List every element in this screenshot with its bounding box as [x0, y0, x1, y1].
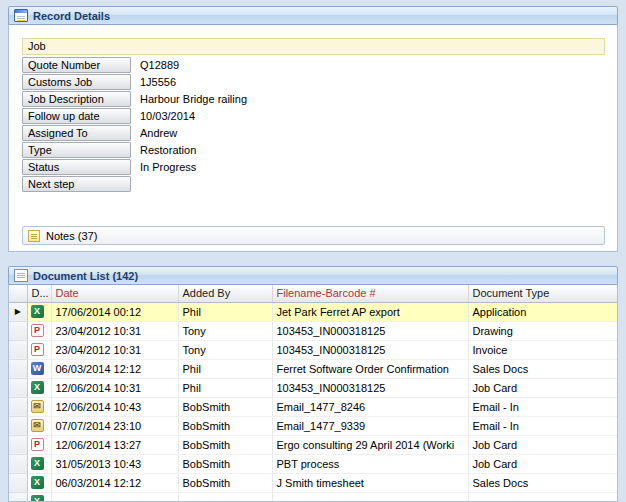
cell-added_by[interactable]: Tony	[178, 340, 272, 359]
cell-filename[interactable]: Jet Park Ferret AP export	[272, 302, 468, 321]
job-field-label[interactable]: Next step	[22, 176, 131, 192]
cell-doc-icon[interactable]: P	[27, 340, 51, 359]
cell-doc_type[interactable]: Sales Docs	[468, 359, 618, 378]
cell-date[interactable]: 23/04/2012 10:31	[51, 340, 178, 359]
job-field-label[interactable]: Type	[22, 142, 131, 158]
cell-date[interactable]: 17/06/2014 00:12	[51, 302, 178, 321]
document-list-titlebar[interactable]: Document List (142)	[8, 266, 618, 285]
job-field-value[interactable]: In Progress	[131, 159, 605, 176]
cell-added_by[interactable]: Phil	[178, 359, 272, 378]
cell-doc-icon[interactable]: X	[27, 378, 51, 397]
notes-section-toggle[interactable]: Notes (37)	[22, 226, 605, 245]
cell-doc-icon[interactable]: X	[27, 492, 51, 502]
cell-date[interactable]: 12/06/2014 10:31	[51, 378, 178, 397]
document-row[interactable]: ✉07/07/2014 23:10BobSmithEmail_1477_9339…	[9, 416, 618, 435]
job-field-value[interactable]: Q12889	[131, 57, 605, 74]
cell-date[interactable]: 07/07/2014 23:10	[51, 416, 178, 435]
job-field-label[interactable]: Assigned To	[22, 125, 131, 141]
cell-date[interactable]: 06/03/2014 12:12	[51, 359, 178, 378]
row-selector[interactable]	[9, 435, 27, 454]
document-row[interactable]: ✉12/06/2014 10:43BobSmithEmail_1477_8246…	[9, 397, 618, 416]
cell-added_by[interactable]: BobSmith	[178, 435, 272, 454]
row-selector[interactable]	[9, 454, 27, 473]
cell-added_by[interactable]: Phil	[178, 302, 272, 321]
row-selector[interactable]	[9, 416, 27, 435]
cell-date[interactable]: 12/06/2014 10:43	[51, 397, 178, 416]
column-header-icon[interactable]: D...	[27, 285, 51, 302]
cell-date[interactable]	[51, 492, 178, 502]
cell-added_by[interactable]: BobSmith	[178, 416, 272, 435]
job-field-value[interactable]: Andrew	[131, 125, 605, 142]
row-selector[interactable]	[9, 397, 27, 416]
cell-added_by[interactable]: Tony	[178, 321, 272, 340]
cell-date[interactable]: 12/06/2014 13:27	[51, 435, 178, 454]
cell-filename[interactable]: Email_1477_8246	[272, 397, 468, 416]
cell-doc-icon[interactable]: P	[27, 435, 51, 454]
row-selector[interactable]	[9, 340, 27, 359]
row-selector-header[interactable]	[9, 285, 27, 302]
job-field-label[interactable]: Quote Number	[22, 57, 131, 73]
cell-doc_type[interactable]: Job Card	[468, 378, 618, 397]
document-row[interactable]: P23/04/2012 10:31Tony103453_IN000318125D…	[9, 321, 618, 340]
cell-doc-icon[interactable]: X	[27, 302, 51, 321]
panel-splitter[interactable]	[8, 252, 618, 266]
cell-filename[interactable]: J Smith timesheet	[272, 473, 468, 492]
job-field-value[interactable]: 10/03/2014	[131, 108, 605, 125]
job-field-value[interactable]: 1J5556	[131, 74, 605, 91]
column-header-added_by[interactable]: Added By	[178, 285, 272, 302]
cell-filename[interactable]: 103453_IN000318125	[272, 378, 468, 397]
job-field-value[interactable]: Restoration	[131, 142, 605, 159]
cell-doc-icon[interactable]: X	[27, 454, 51, 473]
job-field-label[interactable]: Status	[22, 159, 131, 175]
cell-doc-icon[interactable]: X	[27, 473, 51, 492]
cell-added_by[interactable]: BobSmith	[178, 473, 272, 492]
row-selector[interactable]	[9, 359, 27, 378]
column-header-doc_type[interactable]: Document Type	[468, 285, 618, 302]
cell-filename[interactable]: Ergo consulting 29 April 2014 (Worki	[272, 435, 468, 454]
cell-added_by[interactable]: BobSmith	[178, 397, 272, 416]
cell-doc_type[interactable]: Job Card	[468, 435, 618, 454]
row-selector[interactable]	[9, 492, 27, 502]
cell-date[interactable]: 23/04/2012 10:31	[51, 321, 178, 340]
document-row[interactable]: P23/04/2012 10:31Tony103453_IN000318125I…	[9, 340, 618, 359]
cell-doc-icon[interactable]: ✉	[27, 416, 51, 435]
cell-date[interactable]: 06/03/2014 12:12	[51, 473, 178, 492]
cell-doc_type[interactable]: Email - In	[468, 416, 618, 435]
cell-doc-icon[interactable]: P	[27, 321, 51, 340]
cell-added_by[interactable]	[178, 492, 272, 502]
cell-doc-icon[interactable]: W	[27, 359, 51, 378]
cell-date[interactable]: 31/05/2013 10:43	[51, 454, 178, 473]
cell-doc_type[interactable]: Email - In	[468, 397, 618, 416]
cell-added_by[interactable]: Phil	[178, 378, 272, 397]
row-selector[interactable]	[9, 378, 27, 397]
cell-filename[interactable]: Ferret Software Order Confirmation	[272, 359, 468, 378]
cell-filename[interactable]	[272, 492, 468, 502]
job-field-label[interactable]: Follow up date	[22, 108, 131, 124]
cell-added_by[interactable]: BobSmith	[178, 454, 272, 473]
column-header-date[interactable]: Date	[51, 285, 178, 302]
document-row[interactable]: P12/06/2014 13:27BobSmithErgo consulting…	[9, 435, 618, 454]
cell-filename[interactable]: 103453_IN000318125	[272, 340, 468, 359]
job-field-value[interactable]	[131, 176, 605, 193]
document-row[interactable]: W06/03/2014 12:12PhilFerret Software Ord…	[9, 359, 618, 378]
document-row[interactable]: X	[9, 492, 618, 502]
document-row[interactable]: ▶X17/06/2014 00:12PhilJet Park Ferret AP…	[9, 302, 618, 321]
job-field-label[interactable]: Customs Job Number	[22, 74, 131, 90]
column-header-filename[interactable]: Filename-Barcode #	[272, 285, 468, 302]
job-field-label[interactable]: Job Description	[22, 91, 131, 107]
record-details-titlebar[interactable]: Record Details	[8, 6, 618, 25]
job-field-value[interactable]: Harbour Bridge railing	[131, 91, 605, 108]
document-row[interactable]: X06/03/2014 12:12BobSmithJ Smith timeshe…	[9, 473, 618, 492]
cell-doc-icon[interactable]: ✉	[27, 397, 51, 416]
cell-doc_type[interactable]: Application	[468, 302, 618, 321]
document-row[interactable]: X31/05/2013 10:43BobSmithPBT processJob …	[9, 454, 618, 473]
cell-doc_type[interactable]	[468, 492, 618, 502]
row-selector[interactable]	[9, 473, 27, 492]
cell-filename[interactable]: PBT process	[272, 454, 468, 473]
row-selector[interactable]	[9, 321, 27, 340]
document-row[interactable]: X12/06/2014 10:31Phil103453_IN000318125J…	[9, 378, 618, 397]
cell-doc_type[interactable]: Sales Docs	[468, 473, 618, 492]
cell-doc_type[interactable]: Invoice	[468, 340, 618, 359]
cell-doc_type[interactable]: Job Card	[468, 454, 618, 473]
cell-filename[interactable]: 103453_IN000318125	[272, 321, 468, 340]
